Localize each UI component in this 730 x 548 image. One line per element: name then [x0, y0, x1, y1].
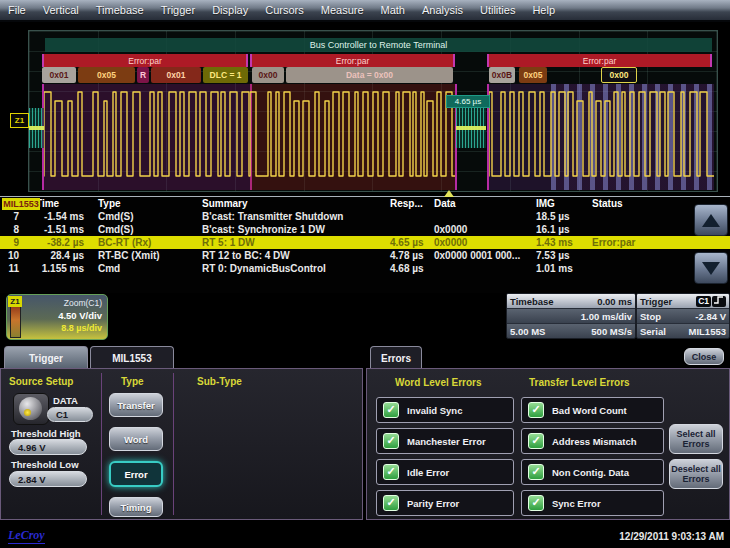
- cell-type: Cmd(S): [96, 223, 200, 236]
- checkbox-label: Invalid Sync: [407, 405, 462, 416]
- col-data[interactable]: Data: [432, 197, 534, 210]
- type-transfer-button[interactable]: Transfer: [109, 393, 163, 417]
- scroll-down-button[interactable]: [694, 252, 728, 284]
- menu-cursors[interactable]: Cursors: [265, 4, 304, 16]
- errors-dialog: Errors Close Word Level Errors Transfer …: [366, 346, 730, 520]
- type-error-button[interactable]: Error: [109, 461, 163, 487]
- type-timing-button[interactable]: Timing: [109, 497, 163, 517]
- menu-analysis[interactable]: Analysis: [422, 4, 463, 16]
- menu-file[interactable]: File: [8, 4, 26, 16]
- type-title: Type: [121, 376, 144, 387]
- timebase-record-length: 5.00 MS: [510, 326, 545, 337]
- tab-mil1553[interactable]: MIL1553: [90, 346, 174, 369]
- errors-dialog-body: Word Level Errors Transfer Level Errors …: [366, 368, 730, 520]
- table-row[interactable]: 10 28.4 µs RT-BC (Xmit) RT 12 to BC: 4 D…: [0, 249, 730, 262]
- table-row[interactable]: 11 1.155 ms Cmd RT 0: DynamicBusControl …: [0, 262, 730, 275]
- column-separator: [173, 373, 174, 515]
- decode-field: 0x0B: [489, 67, 515, 83]
- cell-resp: 4.78 µs: [388, 249, 432, 262]
- source-trace-left: [29, 108, 44, 148]
- decode-field: DLC = 1: [203, 67, 248, 83]
- cell-data: 0x0000 0001 000...: [432, 249, 534, 262]
- checkbox-checked-icon: [383, 402, 399, 418]
- tab-trigger[interactable]: Trigger: [4, 346, 88, 369]
- cell-time: 1.155 ms: [22, 262, 96, 275]
- deselect-all-errors-button[interactable]: Deselect all Errors: [669, 459, 723, 489]
- source-channel-field[interactable]: C1: [47, 407, 93, 422]
- menu-display[interactable]: Display: [212, 4, 248, 16]
- col-summary[interactable]: Summary: [200, 197, 388, 210]
- zoom-trace-descriptor[interactable]: Z1 Zoom(C1) 4.50 V/div 8.8 µs/div: [6, 294, 108, 340]
- checkbox-parity-error[interactable]: Parity Error: [376, 490, 514, 516]
- checkbox-manchester-error[interactable]: Manchester Error: [376, 428, 514, 454]
- cell-type: RT-BC (Xmit): [96, 249, 200, 262]
- checkbox-label: Address Mismatch: [552, 436, 636, 447]
- knob-dial-icon: [19, 397, 42, 420]
- manchester-waveform: [44, 84, 250, 190]
- decode-table: Time Type Summary Resp... Data IMG Statu…: [0, 196, 730, 293]
- cell-time: -1.51 ms: [22, 223, 96, 236]
- menu-vertical[interactable]: Vertical: [43, 4, 79, 16]
- select-all-errors-button[interactable]: Select all Errors: [669, 424, 723, 454]
- col-type[interactable]: Type: [96, 197, 200, 210]
- arrow-down-icon: [702, 262, 720, 275]
- decode-field: Data = 0x00: [286, 67, 453, 83]
- threshold-high-label: Threshold High: [11, 428, 81, 439]
- cell-resp: [388, 223, 432, 236]
- trigger-descriptor[interactable]: Trigger C1 Stop -2.84 V Serial MIL1553: [636, 293, 730, 339]
- table-row[interactable]: 7 -1.54 ms Cmd(S) B'cast: Transmitter Sh…: [0, 210, 730, 223]
- checkbox-idle-error[interactable]: Idle Error: [376, 459, 514, 485]
- row-index: 7: [0, 210, 22, 223]
- trigger-source-badge: C1: [696, 296, 711, 307]
- decode-field: 0x01: [151, 67, 201, 83]
- threshold-high-field[interactable]: 4.96 V: [9, 439, 87, 455]
- cell-img: 18.5 µs: [534, 210, 590, 223]
- sort-indicator-icon: [444, 190, 454, 197]
- row-index: 10: [0, 249, 22, 262]
- cell-img: 16.1 µs: [534, 223, 590, 236]
- cell-type: Cmd(S): [96, 210, 200, 223]
- decode-field: 0x00: [252, 67, 284, 83]
- checkbox-sync-error[interactable]: Sync Error: [521, 490, 664, 516]
- close-button[interactable]: Close: [684, 348, 724, 365]
- cell-resp: 4.68 µs: [388, 262, 432, 275]
- checkbox-label: Sync Error: [552, 498, 601, 509]
- menu-utilities[interactable]: Utilities: [480, 4, 515, 16]
- menu-timebase[interactable]: Timebase: [96, 4, 144, 16]
- cell-img: 1.43 ms: [534, 236, 590, 249]
- checkbox-bad-word-count[interactable]: Bad Word Count: [521, 397, 664, 423]
- row-index: 11: [0, 262, 22, 275]
- column-separator: [101, 373, 102, 515]
- table-row-selected[interactable]: 9 -38.2 µs BC-RT (Rx) RT 5: 1 DW 4.65 µs…: [0, 236, 730, 249]
- threshold-low-field[interactable]: 2.84 V: [9, 471, 87, 487]
- table-header-row: Time Type Summary Resp... Data IMG Statu…: [0, 197, 730, 210]
- setup-dialog-body: Source Setup DATA C1 Threshold High 4.96…: [0, 368, 363, 520]
- menu-help[interactable]: Help: [532, 4, 555, 16]
- decode-transfer-title: Bus Controller to Remote Terminal: [45, 38, 712, 52]
- cell-summary: RT 0: DynamicBusControl: [200, 262, 388, 275]
- decoded-waveform-segment-3: [487, 84, 714, 190]
- col-status[interactable]: Status: [590, 197, 690, 210]
- type-word-button[interactable]: Word: [109, 427, 163, 451]
- source-knob[interactable]: [13, 393, 49, 425]
- col-resp[interactable]: Resp...: [388, 197, 432, 210]
- checkbox-address-mismatch[interactable]: Address Mismatch: [521, 428, 664, 454]
- scroll-up-button[interactable]: [694, 204, 728, 236]
- checkbox-invalid-sync[interactable]: Invalid Sync: [376, 397, 514, 423]
- cell-status: [590, 249, 690, 262]
- timebase-descriptor[interactable]: Timebase 0.00 ms 1.00 ms/div 5.00 MS 500…: [506, 293, 636, 339]
- table-row[interactable]: 8 -1.51 ms Cmd(S) B'cast: Synchronize 1 …: [0, 223, 730, 236]
- trigger-level: -2.84 V: [695, 311, 726, 322]
- checkbox-non-contig-data[interactable]: Non Contig. Data: [521, 459, 664, 485]
- tab-errors[interactable]: Errors: [370, 346, 422, 369]
- trigger-label: Trigger: [640, 296, 672, 307]
- menu-math[interactable]: Math: [381, 4, 405, 16]
- menu-measure[interactable]: Measure: [321, 4, 364, 16]
- menu-trigger[interactable]: Trigger: [161, 4, 195, 16]
- gap-time-annotation: 4.65 µs: [446, 95, 490, 108]
- row-index: 9: [0, 236, 22, 249]
- cell-summary: RT 12 to BC: 4 DW: [200, 249, 388, 262]
- datetime-display: 12/29/2011 9:03:13 AM: [619, 531, 724, 542]
- checkbox-checked-icon: [383, 464, 399, 480]
- col-img[interactable]: IMG: [534, 197, 590, 210]
